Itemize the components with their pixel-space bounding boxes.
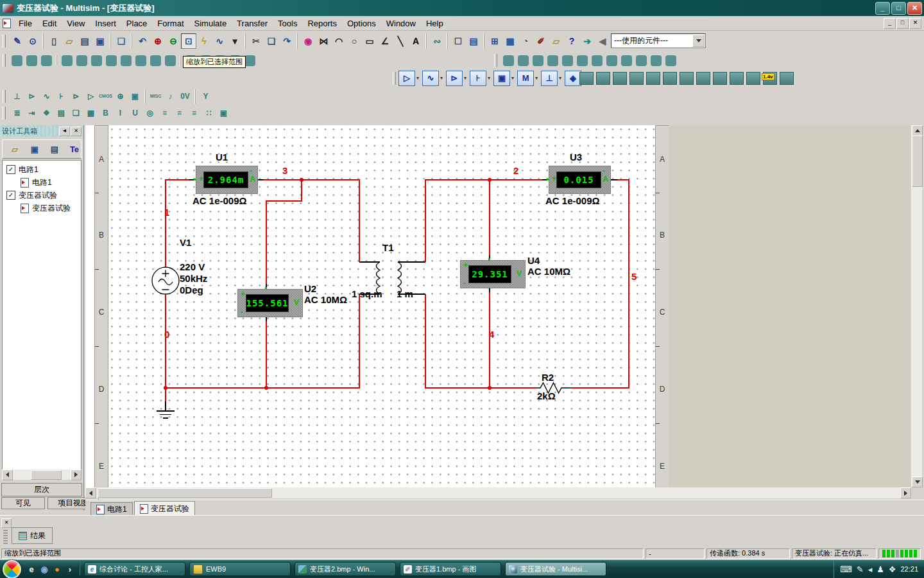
network-tray-icon[interactable]: ❖ bbox=[889, 565, 896, 574]
grapher-dropdown-icon[interactable]: ▾ bbox=[227, 33, 243, 49]
source-family-icon-dropdown[interactable]: ▾ bbox=[416, 75, 419, 81]
toolbar-icon-placeholder[interactable] bbox=[121, 55, 132, 66]
instrument-icon-3[interactable] bbox=[613, 72, 627, 85]
zoom-page-icon[interactable]: ⊙ bbox=[25, 33, 40, 49]
export-icon[interactable]: ➔ bbox=[579, 33, 595, 49]
instrument-icon-12[interactable]: 1.4v bbox=[763, 72, 777, 85]
pointer-edit-icon[interactable]: ✎ bbox=[10, 33, 25, 49]
instrument-icon-13[interactable] bbox=[780, 72, 794, 85]
taskbar-button-5[interactable]: ✳变压器试验 - Multisi... bbox=[505, 562, 606, 576]
paste-icon[interactable]: ❏ bbox=[114, 33, 129, 49]
scroll-right-button[interactable] bbox=[900, 487, 911, 498]
taskbar-button-2[interactable]: EWB9 bbox=[189, 562, 291, 576]
menu-view[interactable]: View bbox=[62, 17, 90, 30]
vertical-scrollbar[interactable] bbox=[911, 125, 922, 487]
toolbar-grip[interactable] bbox=[3, 107, 6, 119]
polyline-shape-icon[interactable]: ∠ bbox=[377, 33, 393, 49]
tab-visible[interactable]: 可见 bbox=[1, 497, 45, 509]
sheet-tab-2[interactable]: 变压器试验 bbox=[134, 501, 195, 516]
toolbar-icon-placeholder[interactable] bbox=[76, 55, 87, 66]
line-shape-icon[interactable]: ╲ bbox=[393, 33, 408, 49]
toolbar-grip[interactable] bbox=[3, 35, 6, 48]
scroll-left-button[interactable] bbox=[85, 487, 96, 498]
power-family-icon[interactable]: ⊥ bbox=[541, 71, 558, 86]
copy-icon[interactable]: ❏ bbox=[264, 33, 279, 49]
menu-edit[interactable]: Edit bbox=[37, 17, 62, 30]
list-icon[interactable]: ∷ bbox=[201, 106, 216, 120]
misc-digital-family-icon-dropdown[interactable]: ▾ bbox=[535, 75, 538, 81]
rect-shape-icon[interactable]: ▭ bbox=[362, 33, 377, 49]
print-icon[interactable]: ▤ bbox=[77, 33, 92, 49]
scrollbar-thumb[interactable] bbox=[98, 488, 272, 498]
browser-quicklaunch-icon[interactable]: ● bbox=[52, 563, 62, 575]
instrument-icon-11[interactable] bbox=[746, 72, 760, 85]
cut-icon[interactable]: ✂ bbox=[248, 33, 264, 49]
in-use-list-dropdown[interactable]: ---使用的元件--- bbox=[611, 33, 706, 48]
ttl-icon[interactable]: ▷ bbox=[83, 89, 98, 103]
toolbar-icon-placeholder[interactable] bbox=[547, 55, 558, 66]
ic-family-icon-dropdown[interactable]: ▾ bbox=[511, 75, 514, 81]
scroll-up-button[interactable] bbox=[912, 125, 923, 136]
toolbar-icon-placeholder[interactable] bbox=[62, 55, 73, 66]
menu-format[interactable]: Format bbox=[152, 17, 189, 30]
dt-te-icon[interactable]: Te bbox=[67, 141, 82, 157]
misc-icon[interactable]: MISC bbox=[148, 89, 163, 103]
open-file-icon[interactable]: ▱ bbox=[62, 33, 77, 49]
arc-shape-icon[interactable]: ◠ bbox=[331, 33, 346, 49]
transistor-virtual-icon[interactable]: ⊦ bbox=[54, 89, 69, 103]
tab-results[interactable]: 结果 bbox=[12, 527, 53, 544]
simulate-switch-icon[interactable]: ϟ bbox=[196, 33, 212, 49]
menu-file[interactable]: File bbox=[13, 17, 37, 30]
basic-family-icon-dropdown[interactable]: ▾ bbox=[440, 75, 443, 81]
toolbar-icon-placeholder[interactable] bbox=[621, 55, 632, 66]
toolbar-icon-placeholder[interactable] bbox=[577, 55, 588, 66]
toolbar-icon-placeholder[interactable] bbox=[106, 55, 117, 66]
grapher-icon[interactable]: ∿ bbox=[212, 33, 227, 49]
toolbar-icon-placeholder[interactable] bbox=[12, 55, 22, 66]
instrument-icon-7[interactable] bbox=[680, 72, 694, 85]
toolbar-icon-placeholder[interactable] bbox=[665, 55, 676, 66]
toolbar-grip[interactable] bbox=[3, 90, 6, 103]
picture-icon[interactable]: ▤ bbox=[54, 106, 69, 120]
results-close-button[interactable]: ✕ bbox=[1, 518, 12, 528]
diode-virtual-icon[interactable]: ⊳ bbox=[69, 89, 83, 103]
indent-icon[interactable]: ≣ bbox=[10, 106, 24, 120]
tab-hierarchy[interactable]: 层次 bbox=[1, 483, 82, 496]
bold-icon[interactable]: B bbox=[98, 106, 113, 120]
text-tool-icon[interactable]: A bbox=[408, 33, 424, 49]
scrollbar-thumb[interactable] bbox=[31, 470, 62, 480]
instrument-icon-1[interactable] bbox=[579, 72, 594, 85]
transistor-family-icon-dropdown[interactable]: ▾ bbox=[488, 75, 490, 81]
menu-transfer[interactable]: Transfer bbox=[232, 17, 273, 30]
minimize-button[interactable]: _ bbox=[875, 2, 890, 15]
menu-help[interactable]: Help bbox=[421, 17, 449, 30]
dt-open-icon[interactable]: ▱ bbox=[7, 141, 22, 157]
ellipse-shape-icon[interactable]: ○ bbox=[346, 33, 362, 49]
underline-icon[interactable]: U bbox=[128, 106, 142, 120]
select-area-icon[interactable]: ☐ bbox=[450, 33, 466, 49]
menu-reports[interactable]: Reports bbox=[302, 17, 342, 30]
zoom-in-icon[interactable]: ⊕ bbox=[150, 33, 166, 49]
toolbar-icon-placeholder[interactable] bbox=[91, 55, 102, 66]
instrument-icon-8[interactable] bbox=[696, 72, 710, 85]
tree-item-1[interactable]: ✓电路1 bbox=[3, 163, 81, 176]
scrollbar-thumb[interactable] bbox=[912, 136, 923, 187]
tree-subitem[interactable]: 变压器试验 bbox=[3, 202, 81, 215]
toolbar-icon-placeholder[interactable] bbox=[606, 55, 617, 66]
align-right-icon[interactable]: ≡ bbox=[187, 106, 201, 120]
toolbar-grip[interactable] bbox=[3, 54, 6, 67]
toolbar-icon-placeholder[interactable] bbox=[135, 55, 146, 66]
sheet-view-icon[interactable]: ▤ bbox=[466, 33, 481, 49]
source-family-icon[interactable]: ▷ bbox=[398, 71, 415, 86]
qq-tray-icon[interactable]: ♟ bbox=[877, 565, 884, 574]
web-icon[interactable]: ◎ bbox=[142, 106, 157, 120]
menu-options[interactable]: Options bbox=[342, 17, 381, 30]
close-button[interactable]: ✕ bbox=[907, 2, 922, 15]
mdi-minimize-button[interactable]: _ bbox=[884, 18, 896, 29]
toolbar-icon-placeholder[interactable] bbox=[244, 55, 255, 66]
tree-subitem[interactable]: 电路1 bbox=[3, 176, 81, 189]
basic-virtual-icon[interactable]: ∿ bbox=[39, 89, 54, 103]
cmos-icon[interactable]: CMOS bbox=[98, 89, 113, 103]
clipboard-icon[interactable]: ❏ bbox=[69, 106, 83, 120]
menu-place[interactable]: Place bbox=[121, 17, 153, 30]
